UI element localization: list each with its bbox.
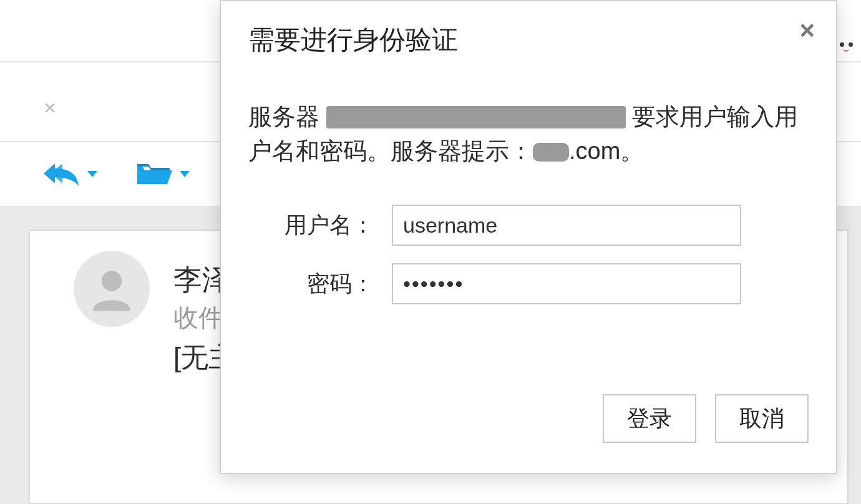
dialog-close-button[interactable]: ×: [799, 17, 815, 44]
assistant-face-icon: [839, 39, 857, 57]
password-label: 密码：: [248, 269, 392, 299]
redacted-server-address: [326, 106, 626, 128]
cancel-button[interactable]: 取消: [715, 394, 809, 443]
username-label: 用户名：: [248, 210, 392, 241]
dialog-desc-domain-suffix: .com。: [569, 138, 644, 164]
dialog-description: 服务器 要求用户输入用户名和密码。服务器提示：.com。: [248, 100, 809, 168]
tab-close-button[interactable]: ×: [44, 97, 56, 118]
chevron-down-icon: [180, 171, 190, 177]
dialog-title: 需要进行身份验证: [248, 22, 809, 57]
auth-required-dialog: × 需要进行身份验证 服务器 要求用户输入用户名和密码。服务器提示：.com。 …: [220, 0, 837, 474]
password-input[interactable]: [392, 263, 741, 304]
chevron-down-icon: [87, 171, 97, 177]
dialog-button-row: 登录 取消: [603, 394, 809, 443]
reply-all-button[interactable]: [41, 161, 97, 187]
username-row: 用户名：: [248, 205, 809, 246]
redacted-realm-prefix: [533, 143, 569, 162]
folder-open-icon: [135, 160, 173, 188]
reply-all-icon: [41, 161, 81, 187]
recipients-label: 收件: [173, 301, 223, 335]
svg-point-0: [102, 271, 122, 291]
dialog-desc-prefix: 服务器: [248, 104, 326, 130]
login-button[interactable]: 登录: [603, 394, 696, 443]
move-to-folder-button[interactable]: [135, 160, 190, 188]
username-input[interactable]: [392, 205, 741, 246]
password-row: 密码：: [248, 263, 809, 304]
sender-avatar: [74, 251, 150, 327]
